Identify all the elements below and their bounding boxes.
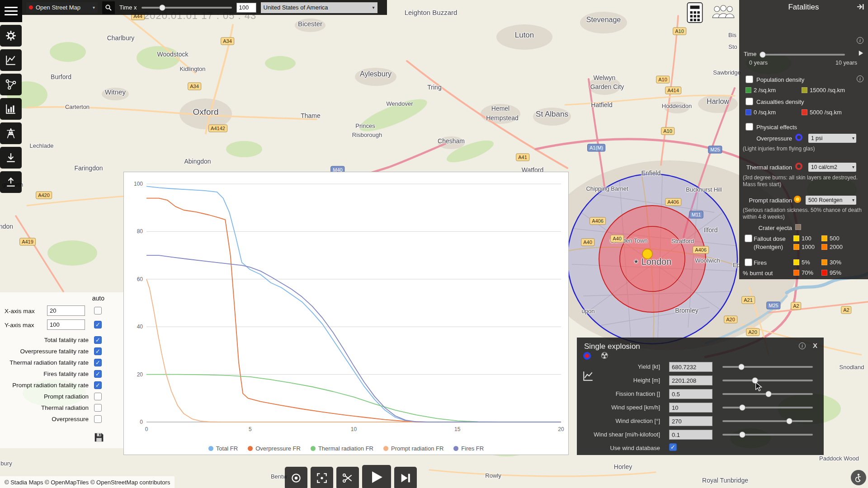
accessibility-button[interactable] — [851, 470, 866, 485]
skip-forward-button[interactable] — [394, 467, 417, 488]
axis-setting-row: Y-axis max✓ — [0, 318, 123, 332]
map-style-dropdown[interactable]: Open Street Map ▾ — [26, 2, 98, 13]
record-target-button[interactable] — [285, 467, 307, 488]
series-toggle-checkbox[interactable] — [94, 393, 102, 400]
legend-item[interactable]: Prompt radiation FR — [383, 445, 443, 452]
series-toggle-row: Thermal radiation fatality rate✓ — [0, 357, 123, 369]
param-input[interactable] — [669, 362, 712, 372]
upload-button[interactable] — [0, 171, 22, 193]
param-slider[interactable] — [722, 366, 813, 368]
series-toggle-checkbox[interactable]: ✓ — [94, 370, 102, 378]
axis-auto-checkbox[interactable]: ✓ — [94, 321, 102, 328]
play-button[interactable] — [362, 465, 391, 488]
flow-nodes-button[interactable] — [0, 74, 22, 95]
axis-max-input[interactable] — [47, 305, 85, 316]
fallout-dose-checkbox[interactable] — [745, 235, 752, 242]
series-toggle-checkbox[interactable]: ✓ — [94, 359, 102, 366]
explosion-param-row: Fission fraction [] — [577, 387, 819, 401]
region-select-button[interactable] — [311, 467, 333, 488]
physical-effects-checkbox[interactable] — [745, 123, 753, 131]
param-input[interactable] — [669, 389, 712, 399]
wind-database-checkbox[interactable]: ✓ — [669, 443, 677, 451]
crater-ejecta-label: Crater ejecta — [759, 225, 792, 231]
series-toggle-row: Overpressure fatality rate✓ — [0, 346, 123, 357]
param-input[interactable] — [669, 403, 712, 413]
fallout-swatch: 1000 — [793, 244, 815, 250]
param-slider[interactable] — [722, 420, 813, 422]
save-chart-button[interactable] — [93, 431, 105, 446]
upload-icon — [5, 176, 17, 188]
series-toggle-checkbox[interactable]: ✓ — [94, 347, 102, 355]
explosion-marker-icon[interactable] — [583, 352, 591, 360]
axis-auto-checkbox[interactable] — [94, 307, 102, 314]
settings-button[interactable] — [0, 25, 22, 47]
population-density-checkbox[interactable] — [745, 75, 753, 83]
calculator-icon[interactable] — [684, 1, 706, 24]
param-input[interactable] — [669, 375, 712, 385]
explosion-param-row: Height [m] — [577, 374, 819, 387]
prompt-select[interactable]: 500 Roentgen — [806, 196, 856, 205]
download-button[interactable] — [0, 147, 22, 169]
axis-setting-row: X-axis max — [0, 304, 123, 318]
search-button[interactable] — [102, 1, 115, 14]
info-icon[interactable]: i — [857, 37, 863, 44]
chart-series — [146, 186, 561, 422]
chart-series — [146, 198, 561, 422]
param-slider[interactable] — [722, 393, 813, 395]
flow-nodes-icon — [5, 79, 17, 90]
legend-item[interactable]: Thermal radiation FR — [311, 445, 373, 452]
series-toggle-checkbox[interactable]: ✓ — [94, 381, 102, 389]
close-icon[interactable]: X — [813, 342, 817, 349]
play-icon[interactable] — [858, 50, 864, 58]
info-icon[interactable]: i — [799, 343, 806, 349]
param-slider[interactable] — [722, 434, 813, 436]
chart-builder-button[interactable] — [0, 98, 22, 120]
population-groups-icon[interactable] — [710, 1, 737, 23]
chart-legend: Total FROverpressure FRThermal radiation… — [124, 445, 568, 452]
prompt-ring-swatch — [794, 196, 801, 203]
fallout-swatch: 100 — [793, 235, 811, 242]
info-icon[interactable]: i — [857, 75, 863, 82]
axis-label: Y-axis max — [5, 322, 34, 328]
legend-item[interactable]: Overpressure FR — [248, 445, 301, 452]
series-toggle-checkbox[interactable]: ✓ — [94, 336, 102, 344]
param-label: Wind direction [°] — [616, 418, 660, 424]
overpressure-note: (Light injuries from flying glas) — [743, 145, 865, 152]
radiation-trefoil-icon[interactable]: ☢ — [600, 350, 609, 361]
param-slider[interactable] — [722, 407, 813, 408]
overpressure-select[interactable]: 1 psi — [808, 134, 856, 143]
series-toggle-checkbox[interactable] — [94, 415, 102, 423]
casualties-density-checkbox[interactable] — [745, 98, 753, 105]
wind-database-row: Use wind database✓ — [577, 441, 819, 455]
search-icon — [105, 4, 112, 11]
series-toggle-checkbox[interactable] — [94, 404, 102, 412]
crater-swatch — [795, 224, 801, 230]
fires-checkbox[interactable] — [745, 258, 752, 266]
param-input[interactable] — [669, 430, 712, 440]
legend-item[interactable]: Total FR — [208, 445, 238, 452]
record-dot-icon — [29, 5, 33, 9]
menu-icon[interactable] — [0, 0, 22, 22]
burnt-swatch: 70% — [793, 269, 813, 276]
param-input[interactable] — [669, 416, 712, 426]
left-toolbar — [0, 25, 22, 193]
legend-dot-icon — [311, 446, 316, 451]
thermal-select[interactable]: 10 cal/cm2 — [808, 163, 856, 172]
collapse-panel-icon[interactable] — [856, 3, 864, 12]
prompt-radiation-label: Prompt radiation — [749, 197, 792, 204]
line-chart-button[interactable] — [0, 49, 22, 71]
country-dropdown[interactable]: United States of America ▾ — [261, 2, 377, 13]
param-slider[interactable] — [722, 380, 813, 381]
fatalities-time-slider[interactable] — [760, 54, 845, 56]
prompt-radiation-circle — [620, 226, 685, 291]
legend-item[interactable]: Fires FR — [453, 445, 484, 452]
param-label: Wind speed [km/h] — [611, 404, 660, 411]
series-toggle-label: Thermal radiation — [41, 404, 89, 411]
time-multiplier-input[interactable] — [236, 3, 256, 13]
svg-text:80: 80 — [137, 228, 143, 235]
transmission-tower-button[interactable] — [0, 122, 22, 144]
time-multiplier-slider[interactable] — [142, 7, 232, 9]
panel-title: Fatalities — [739, 3, 868, 12]
cut-clip-button[interactable] — [336, 467, 359, 488]
axis-max-input[interactable] — [47, 319, 85, 330]
